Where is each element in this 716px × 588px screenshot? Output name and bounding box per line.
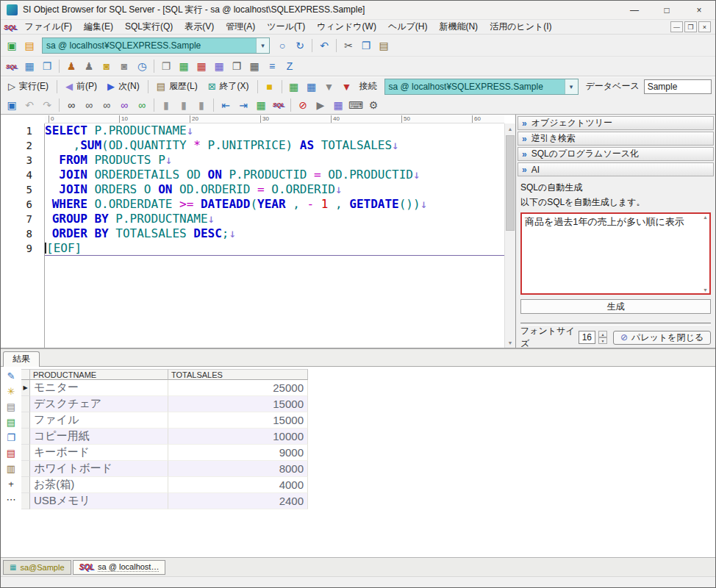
csv-icon[interactable]: ▥: [4, 462, 18, 475]
find-icon[interactable]: ∞: [63, 97, 79, 113]
primary-key-icon[interactable]: ✳: [4, 384, 18, 398]
sql-format-icon[interactable]: SQL: [271, 97, 287, 113]
sheet-copy-icon[interactable]: ❐: [4, 431, 18, 444]
result-row[interactable]: キーボード9000: [21, 445, 308, 461]
find-next-icon[interactable]: ∞: [81, 97, 97, 113]
sheet-export-icon[interactable]: ▤: [4, 415, 18, 429]
refresh-icon[interactable]: ↻: [292, 37, 308, 54]
next-sql-button[interactable]: ▶ 次(N): [103, 79, 144, 94]
close-button[interactable]: ×: [683, 1, 715, 20]
user-icon[interactable]: ♟: [63, 58, 79, 74]
sql-exec-window-tab[interactable]: SQLsa @ localhost…: [73, 560, 166, 575]
outdent-icon[interactable]: ⇤: [218, 97, 234, 113]
window-tile-icon[interactable]: ▦: [246, 58, 262, 74]
run-selection-icon[interactable]: ▶: [312, 97, 329, 113]
window-cascade-icon[interactable]: ❐: [229, 58, 245, 74]
menu-item-window[interactable]: ウィンドウ(W): [312, 19, 382, 35]
exec-connection-dropdown-icon[interactable]: ▾: [565, 79, 578, 94]
new-window-icon[interactable]: ❐: [39, 58, 55, 74]
pane-layout2-icon[interactable]: ▮: [176, 97, 192, 113]
menu-item-manage[interactable]: 管理(A): [221, 19, 260, 35]
exec-connection-combo[interactable]: sa @ localhost¥SQLEXPRESS.Sample ▾: [384, 79, 579, 95]
palette-section-ai[interactable]: » AI: [518, 162, 714, 176]
replace-icon[interactable]: ∞: [116, 97, 132, 113]
finish-button[interactable]: ⊠ 終了(X): [204, 79, 254, 94]
spinner-down-icon[interactable]: ▼: [598, 337, 607, 344]
filter-icon[interactable]: ▼: [321, 79, 337, 95]
result-row[interactable]: ホワイトボード8000: [21, 461, 308, 477]
mdi-restore-button[interactable]: ❐: [684, 21, 697, 32]
generate-button[interactable]: 生成: [520, 299, 711, 314]
sql-editor[interactable]: 0102030405060 123456789 SELECT P.PRODUCT…: [1, 115, 515, 348]
menu-item-help[interactable]: ヘルプ(H): [383, 19, 433, 35]
sheet-icon[interactable]: ▤: [4, 400, 18, 413]
scroll-up-icon[interactable]: ▲: [505, 123, 515, 134]
menu-item-view[interactable]: 表示(V): [179, 19, 219, 35]
folder-icon[interactable]: ■: [262, 79, 278, 95]
menu-item-usage-tips[interactable]: 活用のヒント(I): [484, 19, 556, 35]
scrollbar-thumb[interactable]: [506, 135, 515, 231]
session-window-tab[interactable]: ▦sa@Sample: [3, 560, 71, 575]
session-copy-icon[interactable]: ❐: [158, 58, 174, 74]
sql-window-icon[interactable]: SQL: [4, 58, 20, 74]
table-data-icon[interactable]: ▦: [193, 58, 210, 74]
mdi-close-button[interactable]: ×: [698, 21, 711, 32]
result-row[interactable]: USBメモリ2400: [21, 493, 308, 509]
role-icon[interactable]: ◙: [116, 58, 132, 74]
new-session-icon[interactable]: ▣: [4, 37, 20, 54]
result-row[interactable]: デスクチェア15000: [21, 396, 308, 412]
view-definition-icon[interactable]: ▦: [211, 58, 227, 74]
palette-section-reverse-lookup[interactable]: » 逆引き検索: [518, 132, 714, 146]
editor-vscrollbar[interactable]: ▲ ▼: [504, 123, 515, 348]
filter-clear-icon[interactable]: ▼: [339, 79, 355, 95]
result-export-icon[interactable]: ▦: [304, 79, 320, 95]
palette-section-sql-program-source[interactable]: » SQLのプログラムソース化: [518, 147, 714, 161]
column-header-totalsales[interactable]: TOTALSALES: [168, 369, 308, 380]
history-button[interactable]: ▤ 履歴(L): [152, 79, 202, 94]
edit-mode-icon[interactable]: ✎: [4, 369, 18, 382]
close-palette-button[interactable]: ⊘ パレットを閉じる: [613, 331, 711, 345]
table-definition-icon[interactable]: ▦: [176, 58, 192, 74]
minimize-button[interactable]: —: [618, 1, 651, 20]
menu-item-file[interactable]: ファイル(F): [20, 19, 77, 35]
session-combo[interactable]: sa @ localhost¥SQLEXPRESS.Sample ▾: [42, 37, 270, 54]
maximize-button[interactable]: □: [651, 1, 683, 20]
pane-layout1-icon[interactable]: ▮: [158, 97, 174, 113]
session-combo-dropdown-icon[interactable]: ▾: [256, 38, 269, 53]
pane-layout3-icon[interactable]: ▮: [193, 97, 210, 113]
schedule-icon[interactable]: ◷: [134, 58, 150, 74]
menu-item-edit[interactable]: 編集(E): [79, 19, 118, 35]
result-row[interactable]: ▶モニター25000: [21, 380, 308, 396]
font-size-input[interactable]: 16: [579, 331, 595, 344]
grep-icon[interactable]: ∞: [134, 97, 150, 113]
execute-button[interactable]: ▷ 実行(E): [4, 79, 53, 94]
user-group-icon[interactable]: ♟: [81, 58, 97, 74]
editor-code-area[interactable]: SELECT P.PRODUCTNAME↓ ,SUM(OD.QUANTITY *…: [45, 123, 504, 348]
scroll-down-icon[interactable]: ▼: [505, 337, 515, 348]
copy-icon[interactable]: ❐: [358, 37, 374, 54]
database-input[interactable]: Sample: [644, 79, 712, 94]
record-macro-icon[interactable]: ○: [274, 37, 290, 54]
sheet-delete-icon[interactable]: ▤: [4, 446, 18, 459]
settings-icon[interactable]: ⚙: [365, 97, 382, 113]
prompt-scroll-up-icon[interactable]: ▲: [703, 215, 708, 220]
undo-icon[interactable]: ↶: [21, 97, 37, 113]
result-row[interactable]: ファイル15000: [21, 412, 308, 429]
find-prev-icon[interactable]: ∞: [99, 97, 115, 113]
more-icon[interactable]: ⋯: [4, 492, 18, 506]
stop-icon[interactable]: ⊘: [295, 97, 311, 113]
result-row[interactable]: コピー用紙10000: [21, 429, 308, 445]
prev-sql-button[interactable]: ◀ 前(P): [61, 79, 101, 94]
lock-icon[interactable]: ◙: [99, 58, 115, 74]
tab-results[interactable]: 結果: [3, 351, 40, 367]
result-row[interactable]: お茶(箱)4000: [21, 477, 308, 493]
column-header-productname[interactable]: PRODUCTNAME: [30, 369, 168, 380]
paste-icon[interactable]: ▤: [376, 37, 392, 54]
ai-prompt-input[interactable]: 商品を過去1年の売上が多い順に表示 ▲ ▼: [520, 212, 711, 295]
mdi-minimize-button[interactable]: —: [670, 21, 683, 32]
palette-section-object-tree[interactable]: » オブジェクトツリー: [518, 116, 714, 130]
explain-plan-icon[interactable]: ▦: [330, 97, 346, 113]
menu-item-tools[interactable]: ツール(T): [262, 19, 310, 35]
keyboard-icon[interactable]: ⌨: [348, 97, 364, 113]
indent-icon[interactable]: ⇥: [235, 97, 251, 113]
